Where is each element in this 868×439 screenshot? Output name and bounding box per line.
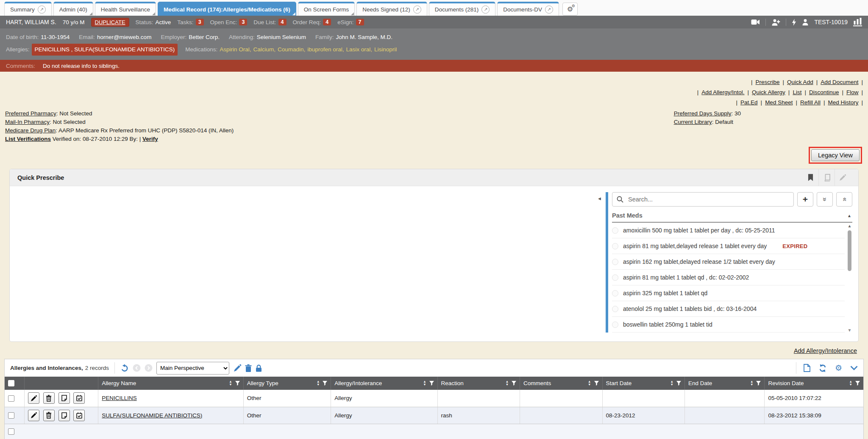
add-allergy-intolerance-link[interactable]: Add Allergy/Intolerance <box>794 347 857 354</box>
col-comments[interactable]: Comments▲▼ <box>520 377 602 390</box>
link-quick-add[interactable]: Quick Add <box>787 78 813 86</box>
med-radio[interactable] <box>612 259 618 265</box>
edit-perspective-icon[interactable] <box>234 364 241 372</box>
filter-icon[interactable] <box>323 381 327 386</box>
past-med-item[interactable]: amoxicillin 500 mg tablet 1 tablet per d… <box>612 223 845 238</box>
link-pat-ed[interactable]: Pat.Ed <box>740 98 758 106</box>
link-discontinue[interactable]: Discontinue <box>809 88 839 96</box>
link-add-document[interactable]: Add Document <box>821 78 858 86</box>
medication-link[interactable]: Coumadin, <box>278 46 305 53</box>
open-enc-count-badge[interactable]: 3 <box>239 19 247 25</box>
med-radio[interactable] <box>612 322 618 328</box>
med-radio[interactable] <box>612 290 618 296</box>
scrollbar[interactable]: ▲ ▼ <box>845 223 852 333</box>
link-med-history[interactable]: Med History <box>828 98 858 106</box>
medicare-drug-plan-link[interactable]: Medicare Drug Plan <box>5 127 56 134</box>
sort-icon[interactable]: ▲▼ <box>423 380 426 386</box>
external-link-icon[interactable]: ↗ <box>38 6 46 14</box>
filter-icon[interactable] <box>512 381 516 386</box>
select-all-checkbox[interactable] <box>8 380 14 386</box>
tab-documents[interactable]: Documents (281) ↗ <box>429 2 496 16</box>
edit-allergy-button[interactable] <box>28 410 39 421</box>
tab-summary[interactable]: Summary ↗ <box>4 2 52 16</box>
legacy-view-button[interactable]: Legacy View <box>811 149 860 161</box>
tab-health-surveillance[interactable]: Health Surveillance <box>95 2 156 16</box>
allergy-name-link[interactable]: SULFA(SULFONAMIDE ANTIBIOTICS) <box>102 412 202 419</box>
allergy-name-link[interactable]: PENICILLINS <box>102 395 137 401</box>
sort-icon[interactable]: ▲▼ <box>588 380 591 386</box>
filter-icon[interactable] <box>676 381 681 386</box>
note-button[interactable] <box>58 392 70 404</box>
collapse-all-button[interactable]: » <box>836 192 852 207</box>
audit-calendar-button[interactable] <box>73 410 85 421</box>
link-prescribe[interactable]: Prescribe <box>756 78 780 86</box>
medication-link[interactable]: Calcium, <box>253 46 275 53</box>
preferred-pharmacy-link[interactable]: Preferred Pharmacy <box>5 110 56 117</box>
sort-icon[interactable]: ▲▼ <box>317 380 320 386</box>
days-supply-link[interactable]: Preferred Days Supply <box>674 110 732 117</box>
link-quick-allergy[interactable]: Quick Allergy <box>752 88 785 96</box>
past-med-item[interactable]: aspirin 162 mg tablet,delayed release 1/… <box>612 254 845 270</box>
link-med-sheet[interactable]: Med Sheet <box>765 98 793 106</box>
mailin-pharmacy-link[interactable]: Mail-In Pharmacy <box>5 119 50 125</box>
delete-allergy-button[interactable] <box>43 410 55 421</box>
med-radio[interactable] <box>612 243 618 249</box>
medication-link[interactable]: Aspirin Oral, <box>220 46 251 53</box>
current-library-link[interactable]: Current Library <box>674 119 712 125</box>
esign-count-badge[interactable]: 7 <box>356 19 364 25</box>
col-allergy-intolerance[interactable]: Allergy/Intolerance▲▼ <box>331 377 437 390</box>
sort-icon[interactable]: ▲▼ <box>750 380 753 386</box>
tab-on-screen-forms[interactable]: On Screen Forms <box>298 2 355 16</box>
past-med-item[interactable]: aspirin 81 mg tablet,delayed release 1 t… <box>612 238 845 254</box>
sort-icon[interactable]: ▲▼ <box>229 380 232 386</box>
verify-link[interactable]: Verify <box>142 136 158 142</box>
medication-link[interactable]: Lasix oral, <box>346 46 373 53</box>
row-checkbox[interactable] <box>8 395 14 402</box>
med-radio[interactable] <box>612 306 618 312</box>
medication-link[interactable]: ibuprofen oral, <box>307 46 344 53</box>
order-req-count-badge[interactable]: 4 <box>323 19 331 25</box>
lock-icon[interactable] <box>256 364 262 372</box>
delete-perspective-icon[interactable] <box>245 364 252 372</box>
filter-icon[interactable] <box>855 381 860 386</box>
new-document-icon[interactable] <box>804 364 810 372</box>
book-icon[interactable] <box>818 169 835 186</box>
med-radio[interactable] <box>612 227 618 234</box>
expand-all-button[interactable]: » <box>817 192 833 207</box>
note-button[interactable] <box>58 410 70 421</box>
row-checkbox[interactable] <box>8 412 14 419</box>
refresh-icon[interactable] <box>818 364 827 372</box>
scroll-down-icon[interactable]: ▼ <box>848 328 852 333</box>
col-allergy-type[interactable]: Allergy Type▲▼ <box>243 377 331 390</box>
sort-icon[interactable]: ▲▼ <box>849 380 852 386</box>
list-verifications-link[interactable]: List Verifications <box>5 136 51 142</box>
sort-icon[interactable]: ▲▼ <box>506 380 509 386</box>
external-link-icon[interactable]: ↗ <box>481 6 490 14</box>
video-call-icon[interactable] <box>751 19 760 25</box>
medication-link[interactable]: Lisinopril <box>374 46 397 53</box>
col-end-date[interactable]: End Date▲▼ <box>685 377 765 390</box>
tab-needs-signed[interactable]: Needs Signed (12) ↗ <box>356 2 427 16</box>
duplicate-badge[interactable]: DUPLICATE <box>91 18 129 27</box>
collapse-left-icon[interactable]: ◄ <box>597 192 606 333</box>
tab-documents-dv[interactable]: Documents-DV ↗ <box>497 2 559 16</box>
undo-icon[interactable] <box>120 364 129 372</box>
med-search-input[interactable] <box>627 196 789 203</box>
add-med-button[interactable]: + <box>797 192 813 207</box>
col-revision-date[interactable]: Revision Date▲▼ <box>765 377 863 390</box>
scroll-up-icon[interactable]: ▲ <box>848 224 852 228</box>
scroll-thumb[interactable] <box>848 230 851 271</box>
edit-icon[interactable] <box>835 169 851 186</box>
audit-calendar-button[interactable] <box>73 392 85 404</box>
tab-admin[interactable]: Admin (40) <box>53 2 93 16</box>
filter-icon[interactable] <box>594 381 599 386</box>
col-start-date[interactable]: Start Date▲▼ <box>602 377 684 390</box>
perspective-select[interactable]: Main Perspective <box>156 362 229 375</box>
filter-icon[interactable] <box>756 381 761 386</box>
link-add-allergy-intol[interactable]: Add Allergy/Intol. <box>701 88 744 96</box>
tab-medical-record[interactable]: Medical Record (174):Allergies/Medicatio… <box>158 2 296 16</box>
chart-icon[interactable] <box>853 18 862 26</box>
prev-perspective-icon[interactable] <box>133 364 141 372</box>
past-med-item[interactable]: boswellin tablet 250mg 1 tablet tid <box>612 317 845 333</box>
link-refill-all[interactable]: Refill All <box>800 98 821 106</box>
